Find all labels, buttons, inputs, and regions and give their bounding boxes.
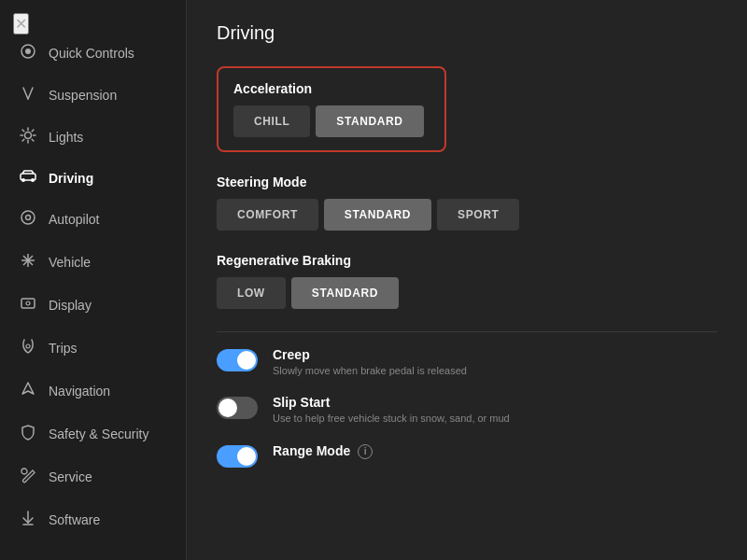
display-icon xyxy=(19,295,37,315)
creep-sublabel: Slowly move when brake pedal is released xyxy=(273,364,717,378)
sidebar-item-label: Autopilot xyxy=(49,212,99,227)
steering-mode-section: Steering Mode COMFORT STANDARD SPORT xyxy=(217,175,717,231)
slip-start-label: Slip Start xyxy=(273,395,717,410)
range-mode-toggle-row: Range Mode i xyxy=(217,443,717,468)
vehicle-icon xyxy=(19,252,37,273)
divider xyxy=(217,331,717,332)
acceleration-standard-button[interactable]: STANDARD xyxy=(316,105,423,137)
slip-start-sublabel: Use to help free vehicle stuck in snow, … xyxy=(273,412,717,426)
range-mode-toggle[interactable] xyxy=(217,445,258,468)
range-mode-toggle-track[interactable] xyxy=(217,445,258,468)
svg-point-1 xyxy=(25,49,31,54)
svg-point-23 xyxy=(26,301,30,305)
trips-icon xyxy=(19,338,37,358)
sidebar-item-navigation[interactable]: Navigation xyxy=(0,370,186,413)
safety-icon xyxy=(19,424,37,444)
regen-braking-section: Regenerative Braking LOW STANDARD xyxy=(217,253,717,309)
svg-point-24 xyxy=(26,344,30,348)
sidebar-item-label: Trips xyxy=(49,341,78,356)
slip-start-toggle-thumb xyxy=(218,399,237,417)
driving-icon xyxy=(19,170,37,187)
steering-mode-btn-group: COMFORT STANDARD SPORT xyxy=(217,199,717,231)
sidebar-item-label: Service xyxy=(49,469,92,484)
slip-start-label-group: Slip Start Use to help free vehicle stuc… xyxy=(273,395,717,426)
page-title: Driving xyxy=(217,22,717,44)
sidebar-item-label: Navigation xyxy=(49,384,110,399)
sidebar-item-label: Driving xyxy=(49,171,93,186)
acceleration-chill-button[interactable]: CHILL xyxy=(233,105,310,137)
svg-line-3 xyxy=(28,88,33,99)
sidebar-item-label: Quick Controls xyxy=(49,46,134,61)
sidebar-item-label: Lights xyxy=(49,130,83,145)
acceleration-btn-group: CHILL STANDARD xyxy=(233,105,430,137)
range-mode-label-group: Range Mode i xyxy=(273,443,717,461)
svg-line-12 xyxy=(22,139,24,141)
main-content: Driving Acceleration CHILL STANDARD Stee… xyxy=(187,0,747,560)
steering-standard-button[interactable]: STANDARD xyxy=(324,199,431,231)
svg-line-9 xyxy=(22,130,24,132)
slip-start-toggle-track[interactable] xyxy=(217,397,258,419)
svg-line-2 xyxy=(23,88,28,99)
close-button[interactable]: ✕ xyxy=(13,13,29,35)
svg-marker-25 xyxy=(22,383,34,394)
sidebar-item-software[interactable]: Software xyxy=(0,498,186,541)
creep-label-group: Creep Slowly move when brake pedal is re… xyxy=(273,347,717,378)
sidebar-item-label: Display xyxy=(49,298,92,313)
autopilot-icon xyxy=(19,209,37,230)
slip-start-toggle-row: Slip Start Use to help free vehicle stuc… xyxy=(217,395,717,426)
sidebar-item-quick-controls[interactable]: Quick Controls xyxy=(0,32,186,75)
sidebar-item-vehicle[interactable]: Vehicle xyxy=(0,241,186,284)
svg-line-11 xyxy=(32,130,34,132)
regen-braking-title: Regenerative Braking xyxy=(217,253,717,268)
svg-point-14 xyxy=(21,178,25,182)
steering-comfort-button[interactable]: COMFORT xyxy=(217,199,318,231)
sidebar-item-label: Vehicle xyxy=(49,255,91,270)
quick-controls-icon xyxy=(19,43,37,63)
steering-sport-button[interactable]: SPORT xyxy=(437,199,519,231)
suspension-icon xyxy=(19,86,37,105)
svg-point-4 xyxy=(25,133,32,139)
sidebar-item-suspension[interactable]: Suspension xyxy=(0,75,186,116)
sidebar-item-label: Software xyxy=(49,512,100,527)
svg-rect-22 xyxy=(21,299,35,308)
sidebar-item-display[interactable]: Display xyxy=(0,284,186,327)
regen-standard-button[interactable]: STANDARD xyxy=(291,277,399,309)
svg-point-16 xyxy=(21,211,35,224)
sidebar-item-service[interactable]: Service xyxy=(0,455,186,498)
navigation-icon xyxy=(19,381,37,401)
sidebar-item-driving[interactable]: Driving xyxy=(0,159,186,198)
sidebar-item-autopilot[interactable]: Autopilot xyxy=(0,198,186,241)
creep-toggle-thumb xyxy=(237,351,256,370)
acceleration-box: Acceleration CHILL STANDARD xyxy=(217,66,446,152)
sidebar-item-trips[interactable]: Trips xyxy=(0,327,186,370)
svg-line-10 xyxy=(32,139,34,141)
range-mode-info-icon[interactable]: i xyxy=(358,444,373,459)
service-icon xyxy=(19,467,37,487)
creep-toggle-row: Creep Slowly move when brake pedal is re… xyxy=(217,347,717,378)
sidebar-item-lights[interactable]: Lights xyxy=(0,116,186,159)
lights-icon xyxy=(19,127,37,147)
regen-braking-btn-group: LOW STANDARD xyxy=(217,277,717,309)
regen-low-button[interactable]: LOW xyxy=(217,277,286,309)
acceleration-title: Acceleration xyxy=(233,81,430,96)
creep-toggle-track[interactable] xyxy=(217,349,258,371)
slip-start-toggle[interactable] xyxy=(217,397,258,419)
sidebar-item-label: Safety & Security xyxy=(49,427,148,441)
creep-label: Creep xyxy=(273,347,717,362)
sidebar-item-label: Suspension xyxy=(49,88,117,103)
software-icon xyxy=(19,510,37,530)
svg-point-17 xyxy=(26,216,31,220)
acceleration-section: Acceleration CHILL STANDARD xyxy=(217,66,717,152)
svg-point-15 xyxy=(31,178,35,182)
sidebar: Quick Controls Suspension Lights xyxy=(0,0,187,560)
creep-toggle[interactable] xyxy=(217,349,258,371)
range-mode-label: Range Mode i xyxy=(273,443,717,459)
sidebar-item-safety-security[interactable]: Safety & Security xyxy=(0,413,186,455)
steering-mode-title: Steering Mode xyxy=(217,175,717,189)
svg-point-26 xyxy=(21,469,27,474)
range-mode-toggle-thumb xyxy=(237,447,256,466)
